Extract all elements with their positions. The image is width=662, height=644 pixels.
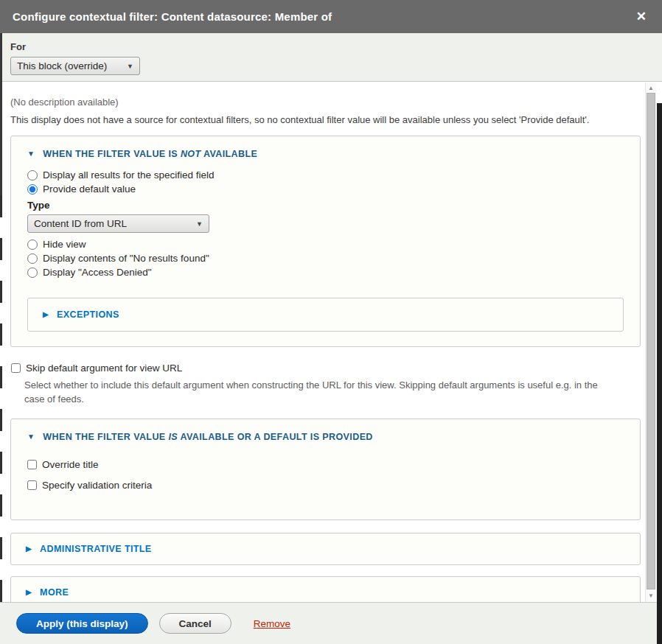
no-description-text: (No description available) — [10, 97, 645, 108]
apply-button[interactable]: Apply (this display) — [16, 613, 148, 634]
dialog-titlebar: Configure contextual filter: Content dat… — [0, 0, 662, 33]
scrollbar-thumb[interactable] — [647, 93, 655, 589]
type-select[interactable]: Content ID from URL ▼ — [27, 214, 209, 233]
vertical-scrollbar[interactable]: ▲ ▼ — [645, 83, 656, 602]
validation-criteria-row: Specify validation criteria — [27, 480, 630, 491]
display-all-label[interactable]: Display all results for the specified fi… — [43, 169, 215, 181]
for-select-value: This block (override) — [17, 60, 107, 71]
exceptions-title: EXCEPTIONS — [57, 309, 119, 320]
radio-row-display-all: Display all results for the specified fi… — [27, 169, 630, 181]
expand-icon: ▶ — [43, 311, 49, 318]
hide-view-radio[interactable] — [27, 239, 38, 250]
hide-view-label[interactable]: Hide view — [43, 239, 86, 250]
provide-default-radio[interactable] — [27, 184, 38, 195]
validation-criteria-checkbox[interactable] — [27, 480, 37, 490]
display-all-radio[interactable] — [27, 170, 38, 181]
close-icon[interactable]: ✕ — [633, 9, 649, 24]
for-section: For This block (override) ▼ — [0, 33, 662, 82]
dialog-title: Configure contextual filter: Content dat… — [13, 10, 332, 23]
skip-default-description: Select whether to include this default a… — [24, 378, 616, 406]
remove-link[interactable]: Remove — [254, 618, 290, 629]
filter-not-available-panel: ▼ WHEN THE FILTER VALUE IS NOT AVAILABLE… — [10, 136, 641, 347]
access-denied-radio[interactable] — [27, 267, 38, 278]
radio-row-no-results: Display contents of "No results found" — [27, 253, 630, 264]
page-behind-left-edge — [0, 33, 2, 195]
page-behind-right-edge — [657, 103, 662, 644]
radio-row-access-denied: Display "Access Denied" — [27, 267, 630, 278]
more-panel: ▶ MORE — [10, 576, 641, 602]
filter-available-legend[interactable]: ▼ WHEN THE FILTER VALUE IS AVAILABLE OR … — [21, 430, 630, 449]
collapse-icon: ▼ — [27, 150, 35, 158]
more-legend[interactable]: ▶ MORE — [21, 586, 630, 599]
more-title-text: MORE — [40, 587, 69, 598]
override-title-label[interactable]: Override title — [42, 459, 99, 470]
collapse-icon: ▼ — [27, 433, 35, 441]
administrative-title-panel: ▶ ADMINISTRATIVE TITLE — [10, 533, 641, 565]
for-label: For — [10, 41, 652, 52]
page-behind-left-edge-segments — [0, 195, 2, 606]
override-title-checkbox[interactable] — [27, 460, 37, 469]
exceptions-legend[interactable]: ▶ EXCEPTIONS — [38, 308, 613, 321]
override-title-row: Override title — [27, 459, 630, 470]
display-note-text: This display does not have a source for … — [10, 114, 645, 125]
no-results-label[interactable]: Display contents of "No results found" — [43, 253, 209, 264]
type-select-value: Content ID from URL — [34, 218, 127, 229]
radio-row-provide-default: Provide default value — [27, 183, 630, 195]
skip-default-label[interactable]: Skip default argument for view URL — [26, 363, 182, 374]
scroll-up-icon[interactable]: ▲ — [646, 83, 656, 93]
for-select[interactable]: This block (override) ▼ — [10, 57, 140, 75]
type-label: Type — [27, 200, 630, 211]
expand-icon: ▶ — [26, 545, 32, 553]
provide-default-label[interactable]: Provide default value — [43, 183, 136, 195]
cancel-button[interactable]: Cancel — [159, 613, 231, 634]
select-arrow-icon: ▼ — [127, 63, 133, 70]
access-denied-label[interactable]: Display "Access Denied" — [43, 267, 152, 278]
dialog-content: (No description available) This display … — [0, 83, 645, 602]
contextual-filter-dialog: Configure contextual filter: Content dat… — [0, 0, 662, 644]
administrative-title-text: ADMINISTRATIVE TITLE — [40, 544, 152, 554]
filter-not-available-legend[interactable]: ▼ WHEN THE FILTER VALUE IS NOT AVAILABLE — [21, 147, 630, 167]
administrative-title-legend[interactable]: ▶ ADMINISTRATIVE TITLE — [21, 542, 630, 556]
filter-available-panel: ▼ WHEN THE FILTER VALUE IS AVAILABLE OR … — [10, 419, 641, 520]
select-arrow-icon: ▼ — [196, 220, 203, 228]
filter-not-available-title: WHEN THE FILTER VALUE IS NOT AVAILABLE — [43, 149, 257, 159]
radio-row-hide-view: Hide view — [27, 239, 630, 250]
dialog-footer: Apply (this display) Cancel Remove — [0, 602, 662, 644]
scroll-down-icon[interactable]: ▼ — [646, 591, 656, 601]
no-results-radio[interactable] — [27, 253, 38, 264]
exceptions-panel: ▶ EXCEPTIONS — [27, 298, 624, 332]
skip-default-checkbox[interactable] — [11, 363, 21, 373]
filter-available-title: WHEN THE FILTER VALUE IS AVAILABLE OR A … — [43, 432, 372, 442]
validation-criteria-label[interactable]: Specify validation criteria — [42, 480, 152, 491]
skip-default-row: Skip default argument for view URL — [11, 363, 645, 374]
expand-icon: ▶ — [26, 589, 32, 596]
